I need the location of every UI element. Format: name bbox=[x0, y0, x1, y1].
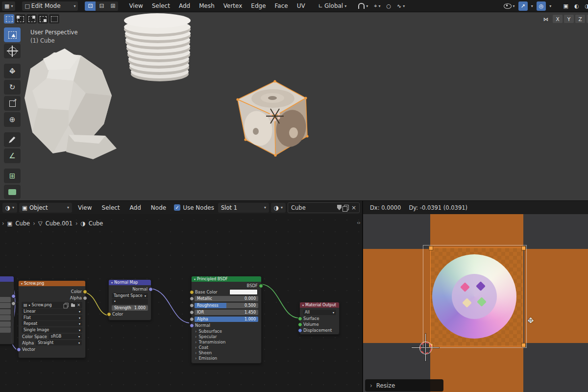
socket-color-input[interactable] bbox=[107, 312, 111, 317]
menu-edge[interactable]: Edge bbox=[247, 0, 270, 12]
socket-base-color-input[interactable] bbox=[190, 290, 194, 294]
edge-select-button[interactable]: ⊟ bbox=[96, 1, 107, 11]
show-object-types-dropdown[interactable]: ▾ bbox=[501, 1, 517, 11]
copy-material-icon[interactable] bbox=[344, 205, 349, 210]
socket-alpha-input[interactable] bbox=[190, 317, 194, 321]
mode-dropdown[interactable]: □ Edit Mode ▾ bbox=[22, 1, 78, 11]
copy-image-icon[interactable] bbox=[65, 303, 69, 307]
material-name-field[interactable]: Cube × bbox=[288, 202, 360, 213]
node-image-texture[interactable]: ▾ Screw.png Color Alpha ▤ ▾ Screw.png bbox=[18, 280, 86, 358]
node-normal-map[interactable]: ▾ Normal Map Normal Tangent Space ▾ • St… bbox=[108, 279, 151, 320]
tool-measure[interactable]: ∠ bbox=[4, 148, 21, 163]
breadcrumb-object[interactable]: Cube bbox=[15, 220, 30, 227]
axis-x-button[interactable]: X bbox=[553, 15, 563, 23]
base-color-swatch[interactable] bbox=[229, 289, 258, 295]
socket-roughness-input[interactable] bbox=[190, 303, 194, 308]
alpha-mode-dropdown[interactable]: Straight ▾ bbox=[36, 340, 82, 345]
menu-node[interactable]: Node bbox=[147, 201, 170, 214]
collapse-icon[interactable]: ▾ bbox=[111, 281, 113, 284]
shader-type-dropdown[interactable]: ▣ Object ▾ bbox=[19, 203, 72, 213]
snap-target-dropdown[interactable]: ⌖ ▾ bbox=[371, 1, 383, 11]
section-subsurface[interactable]: ›Subsurface bbox=[192, 328, 261, 334]
socket-metallic-input[interactable] bbox=[190, 296, 194, 301]
interpolation-dropdown[interactable]: Linear ▾ bbox=[22, 309, 82, 314]
uv-face-right[interactable] bbox=[524, 249, 588, 343]
tool-extrude[interactable] bbox=[4, 185, 21, 199]
axis-y-button[interactable]: Y bbox=[564, 15, 574, 23]
open-image-icon[interactable] bbox=[71, 304, 75, 307]
metallic-slider[interactable]: Metallic 0.000 bbox=[195, 296, 258, 301]
selection-handle-br[interactable] bbox=[521, 343, 526, 347]
node-mapping-partial[interactable] bbox=[0, 276, 14, 344]
node-principled-bsdf[interactable]: ▾ Principled BSDF BSDF Base Color Metall… bbox=[191, 276, 262, 364]
collapse-icon[interactable]: ▾ bbox=[302, 303, 304, 307]
section-emission[interactable]: ›Emission bbox=[192, 355, 261, 361]
region-join-widget[interactable]: ‹› bbox=[357, 220, 360, 226]
menu-vertex[interactable]: Vertex bbox=[220, 0, 246, 12]
tool-scale[interactable]: ↗ bbox=[4, 96, 21, 111]
socket-surface-input[interactable] bbox=[298, 317, 302, 321]
xray-toggle[interactable]: ▣ bbox=[561, 1, 570, 11]
menu-select[interactable]: Select bbox=[148, 0, 174, 12]
roughness-slider[interactable]: Roughness 0.500 bbox=[195, 303, 258, 308]
target-dropdown[interactable]: All ▾ bbox=[303, 310, 336, 315]
shading-solid-button[interactable]: ◐ bbox=[572, 1, 582, 11]
tool-add-cube[interactable]: ⊞ bbox=[4, 169, 21, 183]
socket-volume-input[interactable] bbox=[298, 322, 302, 327]
transform-orientation-dropdown[interactable]: ∟ Global ▾ bbox=[316, 1, 349, 11]
select-extend-button[interactable] bbox=[15, 14, 25, 24]
menu-uv[interactable]: UV bbox=[293, 0, 309, 12]
use-nodes-toggle[interactable]: ✓ Use Nodes bbox=[174, 204, 214, 211]
shader-node-canvas[interactable]: › ▣ Cube › ▽ Cube.001 › ◑ Cube bbox=[0, 214, 362, 392]
tool-rotate[interactable]: ↻ bbox=[4, 80, 21, 95]
gizmos-dropdown[interactable]: ▾ bbox=[529, 1, 536, 11]
tool-move[interactable]: ↔↕ bbox=[4, 64, 21, 78]
select-invert-button[interactable] bbox=[38, 14, 48, 24]
uv-face-bottom[interactable] bbox=[430, 344, 523, 392]
select-subtract-button[interactable] bbox=[26, 14, 37, 24]
projection-dropdown[interactable]: Flat ▾ bbox=[22, 315, 82, 320]
menu-face[interactable]: Face bbox=[271, 0, 292, 12]
source-dropdown[interactable]: Single Image ▾ bbox=[22, 327, 82, 333]
extension-dropdown[interactable]: Repeat ▾ bbox=[22, 321, 82, 326]
editor-type-button[interactable]: ◑ ▾ bbox=[2, 203, 17, 213]
overlays-toggle[interactable]: ◎ bbox=[537, 1, 546, 11]
strength-slider[interactable]: Strength 1.000 bbox=[112, 305, 148, 311]
socket-normal-output[interactable] bbox=[148, 287, 153, 292]
space-dropdown[interactable]: Tangent Space ▾ bbox=[112, 293, 148, 298]
ior-slider[interactable]: IOR 1.450 bbox=[195, 310, 258, 315]
color-space-dropdown[interactable]: sRGB ▾ bbox=[49, 334, 82, 339]
overlays-dropdown[interactable]: ▾ bbox=[547, 1, 554, 11]
snap-toggle-button[interactable]: ▾ bbox=[356, 1, 370, 11]
vertex-select-button[interactable]: ⊡ bbox=[85, 1, 96, 11]
uv-map-dropdown[interactable]: • bbox=[112, 299, 148, 304]
selection-handle-tr[interactable] bbox=[521, 246, 526, 250]
tool-transform[interactable]: ⊕ bbox=[4, 112, 21, 127]
shading-material-button[interactable]: ◑ bbox=[582, 1, 588, 11]
mirror-button[interactable]: ⋈ bbox=[540, 15, 551, 23]
uv-face-top[interactable] bbox=[430, 214, 523, 247]
material-browse-dropdown[interactable]: ◑ ▾ bbox=[271, 203, 286, 213]
socket-vector-input[interactable] bbox=[17, 347, 21, 352]
face-select-button[interactable]: ⊞ bbox=[107, 1, 118, 11]
socket-normal-input[interactable] bbox=[190, 323, 194, 328]
menu-mesh[interactable]: Mesh bbox=[195, 0, 219, 12]
menu-select[interactable]: Select bbox=[98, 201, 124, 214]
menu-add[interactable]: Add bbox=[175, 0, 194, 12]
socket-alpha-output[interactable] bbox=[83, 296, 87, 300]
socket-displacement-input[interactable] bbox=[298, 328, 302, 333]
socket-output[interactable] bbox=[11, 301, 16, 306]
section-coat[interactable]: ›Coat bbox=[192, 344, 261, 350]
gizmos-toggle[interactable]: ↗ bbox=[518, 1, 528, 11]
unlink-image-icon[interactable]: × bbox=[77, 303, 80, 307]
unlink-icon[interactable]: × bbox=[351, 204, 356, 211]
menu-view[interactable]: View bbox=[74, 201, 96, 214]
breadcrumb-material[interactable]: Cube.001 bbox=[46, 220, 73, 227]
falloff-dropdown[interactable]: ∿ ▾ bbox=[394, 1, 407, 11]
select-new-button[interactable] bbox=[4, 14, 14, 24]
tool-annotate[interactable] bbox=[4, 132, 21, 147]
section-transmission[interactable]: ›Transmission bbox=[192, 339, 261, 344]
uv-face-left[interactable] bbox=[363, 249, 430, 343]
proportional-edit-button[interactable]: ○ bbox=[384, 1, 393, 11]
node-material-output[interactable]: ▾ Material Output All ▾ Surface Volume bbox=[299, 302, 340, 335]
